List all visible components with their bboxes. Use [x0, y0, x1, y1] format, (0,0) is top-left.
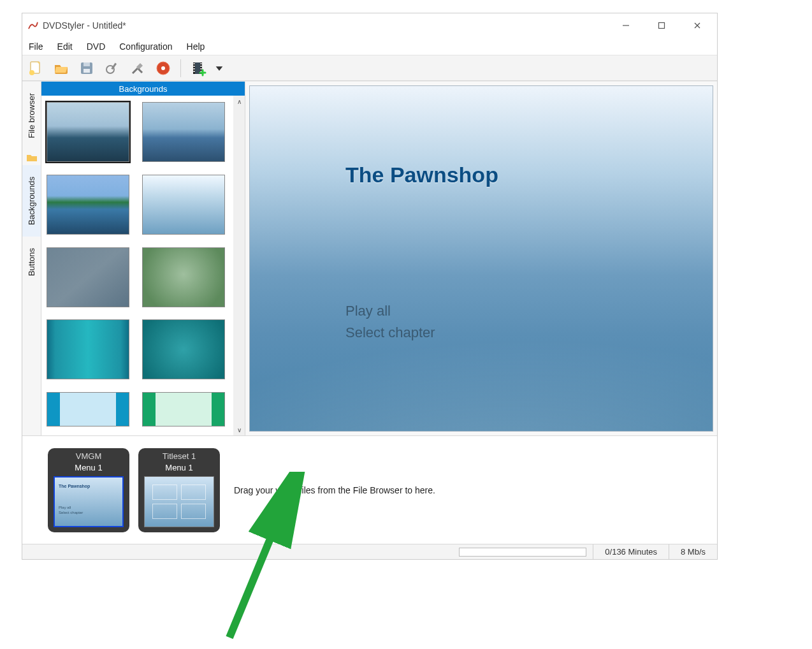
background-thumb[interactable] — [142, 175, 225, 235]
toolbar — [22, 55, 717, 81]
tab-file-browser[interactable]: File browser — [22, 82, 41, 150]
svg-line-12 — [133, 68, 138, 73]
timeline-card-vmgm[interactable]: VMGM Menu 1 The Pawnshop Play all Select… — [48, 448, 129, 532]
svg-rect-22 — [194, 66, 195, 67]
svg-point-6 — [29, 70, 34, 75]
mini-line: Play all — [59, 506, 71, 509]
app-window: DVDStyler - Untitled* File Edit DVD Conf… — [22, 13, 718, 560]
tab-backgrounds[interactable]: Backgrounds — [22, 165, 41, 237]
vertical-tabs: File browser Backgrounds Buttons — [22, 82, 41, 435]
svg-rect-1 — [659, 23, 665, 29]
background-thumb[interactable] — [142, 102, 225, 162]
svg-rect-25 — [201, 63, 202, 64]
progress-bar — [459, 548, 586, 557]
toolbar-separator — [180, 59, 181, 77]
svg-rect-26 — [201, 66, 202, 67]
mini-line: Select chapter — [59, 511, 83, 514]
scroll-down-icon[interactable]: ∨ — [233, 424, 245, 435]
menu-select-chapter-button[interactable]: Select chapter — [345, 324, 435, 341]
backgrounds-palette: Backgrounds ∧ ∨ — [41, 82, 245, 435]
folder-indicator-icon — [22, 150, 41, 165]
svg-rect-27 — [201, 68, 202, 69]
background-thumb[interactable] — [47, 319, 129, 379]
titlebar: DVDStyler - Untitled* — [22, 13, 717, 38]
svg-rect-9 — [83, 69, 90, 73]
menu-preview: The Pawnshop Play all Select chapter — [245, 82, 717, 435]
work-area: File browser Backgrounds Buttons Backgro… — [22, 81, 717, 435]
background-thumb[interactable] — [142, 247, 225, 307]
timeline-drop-hint: Drag your video files from the File Brow… — [234, 485, 435, 495]
add-video-button[interactable] — [189, 59, 208, 78]
svg-rect-8 — [83, 62, 90, 66]
background-thumb[interactable] — [47, 392, 129, 427]
project-settings-button[interactable] — [103, 59, 122, 78]
background-thumb[interactable] — [47, 102, 129, 162]
menu-canvas[interactable]: The Pawnshop Play all Select chapter — [249, 85, 713, 432]
svg-rect-24 — [194, 71, 195, 72]
background-thumb[interactable] — [47, 175, 129, 235]
timeline-card-label: VMGM — [76, 451, 101, 462]
svg-marker-31 — [216, 66, 223, 71]
minimize-button[interactable] — [615, 17, 637, 34]
menubar: File Edit DVD Configuration Help — [22, 38, 717, 55]
tab-file-browser-label: File browser — [27, 93, 36, 138]
tab-buttons-label: Buttons — [27, 248, 36, 276]
maximize-button[interactable] — [651, 17, 672, 34]
tab-backgrounds-label: Backgrounds — [27, 177, 36, 225]
save-project-button[interactable] — [77, 59, 96, 78]
menu-file[interactable]: File — [26, 40, 46, 53]
svg-line-14 — [138, 69, 142, 73]
menu-configuration[interactable]: Configuration — [117, 40, 175, 53]
timeline-thumb[interactable] — [144, 476, 214, 527]
menu-help[interactable]: Help — [184, 40, 208, 53]
options-button[interactable] — [128, 59, 147, 78]
window-title: DVDStyler - Untitled* — [43, 20, 615, 31]
svg-point-16 — [161, 66, 165, 70]
status-bitrate: 8 Mb/s — [669, 544, 717, 559]
status-minutes: 0/136 Minutes — [593, 544, 669, 559]
open-project-button[interactable] — [52, 59, 71, 78]
palette-header: Backgrounds — [41, 82, 245, 96]
timeline-thumb[interactable]: The Pawnshop Play all Select chapter — [54, 476, 124, 527]
timeline-card-menu-label: Menu 1 — [165, 462, 192, 474]
tab-buttons[interactable]: Buttons — [22, 237, 41, 288]
window-controls — [615, 17, 712, 34]
background-thumbnails — [41, 96, 233, 435]
menu-edit[interactable]: Edit — [55, 40, 75, 53]
menu-play-all-button[interactable]: Play all — [345, 303, 391, 319]
add-video-dropdown[interactable] — [214, 59, 224, 78]
background-thumb[interactable] — [142, 392, 225, 427]
burn-disc-button[interactable] — [154, 59, 173, 78]
background-thumb[interactable] — [142, 319, 225, 379]
background-thumb[interactable] — [47, 247, 129, 307]
new-project-button[interactable] — [26, 59, 45, 78]
timeline[interactable]: VMGM Menu 1 The Pawnshop Play all Select… — [22, 435, 717, 544]
app-icon — [27, 20, 39, 31]
timeline-card-label: Titleset 1 — [163, 451, 196, 462]
palette-scrollbar[interactable]: ∧ ∨ — [233, 96, 245, 435]
menu-dvd[interactable]: DVD — [84, 40, 108, 53]
mini-chapter-grid-icon — [145, 477, 214, 527]
svg-rect-21 — [194, 63, 195, 64]
scroll-up-icon[interactable]: ∧ — [233, 96, 245, 107]
svg-rect-23 — [194, 68, 195, 69]
close-button[interactable] — [686, 17, 708, 34]
timeline-card-titleset1[interactable]: Titleset 1 Menu 1 — [138, 448, 220, 532]
timeline-card-menu-label: Menu 1 — [75, 462, 102, 474]
statusbar: 0/136 Minutes 8 Mb/s — [22, 544, 717, 559]
mini-title: The Pawnshop — [59, 484, 90, 488]
menu-title-text[interactable]: The Pawnshop — [345, 163, 498, 187]
